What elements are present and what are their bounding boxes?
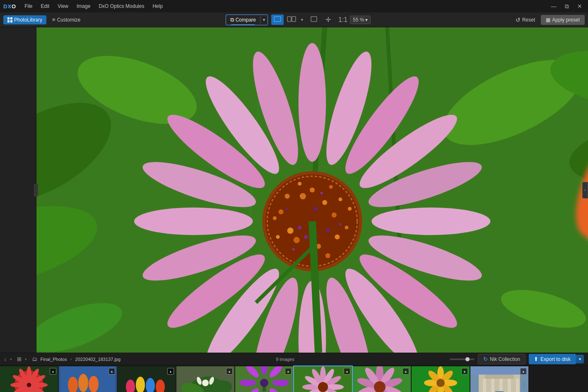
compare-icon: ⧉ <box>230 17 234 23</box>
zoom-controls: 1:1 55 % ▾ <box>338 16 371 24</box>
apply-preset-button[interactable]: ▦ Apply preset <box>541 15 585 25</box>
separator: • <box>70 357 72 362</box>
svg-rect-96 <box>115 367 116 392</box>
svg-point-59 <box>348 207 352 211</box>
thumb-2-image <box>59 366 117 392</box>
view-single-button[interactable] <box>271 15 284 25</box>
filmstrip-thumb-8[interactable]: ▲ <box>412 366 470 392</box>
folder-name: Final_Photos <box>41 357 67 362</box>
svg-point-93 <box>78 374 88 392</box>
maximize-button[interactable]: ⧉ <box>562 2 571 11</box>
svg-point-47 <box>294 237 300 243</box>
sort-button[interactable]: ↕ <box>4 357 7 362</box>
left-panel-handle[interactable]: ⋮⋮⋮ <box>34 184 38 196</box>
svg-rect-3 <box>311 17 317 22</box>
titlebar-left: DXO File Edit View Image DxO Optics Modu… <box>3 2 166 10</box>
filmstrip-thumb-2[interactable]: ▲ <box>59 366 117 392</box>
svg-point-66 <box>339 223 342 226</box>
filmstrip-thumb-7[interactable]: ▲ <box>353 366 411 392</box>
thumb-6-image <box>294 366 352 392</box>
preset-icon: ▦ <box>546 17 550 23</box>
filmstrip-thumb-6[interactable]: ▲ <box>294 366 352 392</box>
zoom-slider[interactable] <box>450 358 475 360</box>
svg-point-94 <box>89 376 99 392</box>
svg-rect-1 <box>287 17 291 22</box>
menu-edit[interactable]: Edit <box>38 2 53 10</box>
titlebar: DXO File Edit View Image DxO Optics Modu… <box>0 0 588 12</box>
menu-dxo-optics[interactable]: DxO Optics Modules <box>95 2 147 10</box>
move-tool-button[interactable]: ✛ <box>323 14 333 25</box>
svg-rect-88 <box>59 366 117 392</box>
image-area: › <box>36 27 588 353</box>
view-split-button[interactable] <box>284 15 299 25</box>
svg-point-56 <box>298 182 301 186</box>
filmstrip-thumb-1[interactable]: ▲ <box>0 366 58 392</box>
nik-icon: ↻ <box>483 356 488 362</box>
svg-point-42 <box>322 200 327 205</box>
svg-point-137 <box>318 382 328 392</box>
svg-rect-170 <box>470 366 528 375</box>
export-group: ⬆ Export to disk ▾ <box>529 354 584 364</box>
svg-point-64 <box>321 192 323 194</box>
folder-icon: 🗂 <box>32 356 37 362</box>
image-count: 9 images <box>124 357 446 362</box>
compare-button[interactable]: ⧉ Compare <box>226 15 260 25</box>
nik-collection-button[interactable]: ↻ Nik Collection <box>478 354 525 364</box>
menu-file[interactable]: File <box>21 2 36 10</box>
thumb-badge-5: ▲ <box>285 368 292 375</box>
sort-sub: ▾ <box>10 357 12 361</box>
thumb-badge-2: ▲ <box>108 368 115 375</box>
svg-rect-2 <box>292 17 296 22</box>
export-button[interactable]: ⬆ Export to disk <box>529 354 576 364</box>
customize-button[interactable]: ≡ Customize <box>48 15 84 24</box>
minimize-button[interactable]: — <box>548 2 559 10</box>
fullscreen-icon <box>311 16 317 22</box>
filmstrip-thumb-4[interactable]: ▲ <box>176 366 234 392</box>
zoom-ratio-button[interactable]: 1:1 <box>338 16 347 24</box>
thumb-7-image <box>353 366 411 392</box>
status-right: ↻ Nik Collection ⬆ Export to disk ▾ <box>450 354 584 364</box>
menu-view[interactable]: View <box>54 2 72 10</box>
menu-image[interactable]: Image <box>73 2 94 10</box>
svg-point-51 <box>338 198 342 201</box>
export-icon: ⬆ <box>534 356 538 362</box>
filmstrip-thumb-9[interactable]: ▲ ⋮ <box>470 366 528 392</box>
svg-rect-165 <box>491 379 494 392</box>
svg-point-55 <box>345 226 349 230</box>
compare-dropdown[interactable]: ▾ <box>260 16 267 24</box>
svg-point-67 <box>292 248 295 251</box>
split-view-icon <box>287 16 296 22</box>
thumb-badge-8: ▲ <box>461 368 468 375</box>
close-button[interactable]: ✕ <box>575 2 585 10</box>
svg-point-123 <box>260 379 268 387</box>
svg-point-57 <box>329 185 333 189</box>
photolibrary-button[interactable]: PhotoLibrary <box>3 15 46 24</box>
thumb-badge-3: ▲ <box>167 368 174 375</box>
view-dropdown[interactable]: ▾ <box>299 16 305 24</box>
filmstrip-more-options[interactable]: ⋮ <box>520 366 528 392</box>
thumb-1-image <box>0 366 58 392</box>
svg-point-50 <box>278 209 283 214</box>
svg-point-121 <box>239 380 256 386</box>
svg-point-24 <box>371 208 490 235</box>
thumb-4-image <box>176 366 234 392</box>
zoom-percent-display[interactable]: 55 % ▾ <box>350 16 370 24</box>
right-panel-toggle[interactable]: › <box>582 182 588 198</box>
menu-help[interactable]: Help <box>149 2 166 10</box>
fullscreen-button[interactable] <box>308 15 320 25</box>
svg-point-48 <box>335 235 340 240</box>
export-dropdown[interactable]: ▾ <box>576 355 584 363</box>
svg-point-65 <box>286 208 289 210</box>
filter-button[interactable]: ⊞ <box>17 356 22 362</box>
filmstrip-thumb-5[interactable]: ▲ <box>235 366 293 392</box>
svg-point-19 <box>299 43 326 162</box>
svg-rect-166 <box>499 379 503 392</box>
svg-rect-0 <box>274 17 281 22</box>
filter-sub: ▾ <box>25 357 27 361</box>
reset-button[interactable]: ↺ Reset <box>511 15 539 25</box>
filmstrip-thumb-3[interactable]: ▲ <box>118 366 176 392</box>
filename: 20220402_183137.jpg <box>75 357 121 362</box>
svg-point-60 <box>313 207 317 211</box>
svg-point-44 <box>332 213 337 218</box>
thumb-badge-4: ▲ <box>226 368 233 375</box>
